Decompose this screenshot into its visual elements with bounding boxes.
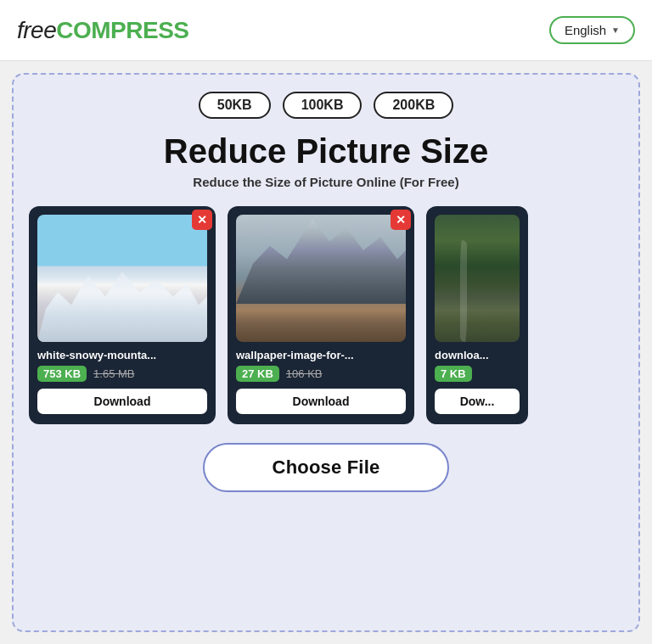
card-filename-1: white-snowy-mounta... (37, 349, 207, 361)
page-title: Reduce Picture Size (29, 132, 623, 170)
forest-image (435, 215, 520, 342)
card-image-3 (435, 215, 520, 342)
size-old-1: 1.65 MB (93, 367, 134, 380)
download-button-2[interactable]: Download (236, 389, 406, 414)
card-close-button-1[interactable]: ✕ (192, 210, 212, 230)
download-button-3[interactable]: Dow... (435, 389, 520, 414)
mountain-painting-image (236, 215, 406, 342)
language-label: English (565, 23, 606, 37)
image-card-3: downloa... 7 KB Dow... (426, 206, 528, 424)
language-button[interactable]: English ▼ (549, 16, 635, 44)
size-preset-100kb[interactable]: 100KB (283, 92, 363, 119)
size-new-badge-3: 7 KB (435, 366, 472, 382)
logo-free: free (17, 17, 56, 43)
card-close-button-2[interactable]: ✕ (391, 210, 411, 230)
size-old-2: 106 KB (286, 367, 323, 380)
size-preset-200kb[interactable]: 200KB (374, 92, 453, 119)
image-card-2: ✕ wallpaper-image-for-... 27 KB 106 KB D… (228, 206, 414, 424)
size-new-badge-1: 753 KB (37, 366, 87, 382)
page-subtitle: Reduce the Size of Picture Online (For F… (29, 175, 623, 189)
choose-file-wrapper: Choose File (29, 443, 623, 492)
main-area: 50KB 100KB 200KB Reduce Picture Size Red… (12, 73, 640, 632)
snow-mountain-image (37, 215, 207, 342)
card-filename-2: wallpaper-image-for-... (236, 349, 406, 361)
size-presets: 50KB 100KB 200KB (29, 92, 623, 119)
card-image-2 (236, 215, 406, 342)
card-image-1 (37, 215, 207, 342)
image-cards-container: ✕ white-snowy-mounta... 753 KB 1.65 MB D… (29, 206, 623, 424)
card-sizes-2: 27 KB 106 KB (236, 366, 406, 382)
card-filename-3: downloa... (435, 349, 520, 361)
card-sizes-1: 753 KB 1.65 MB (37, 366, 207, 382)
logo-compress: COMPRESS (56, 17, 188, 43)
choose-file-button[interactable]: Choose File (203, 443, 450, 492)
header: freeCOMPRESS English ▼ (0, 0, 652, 61)
image-card-1: ✕ white-snowy-mounta... 753 KB 1.65 MB D… (29, 206, 216, 424)
chevron-down-icon: ▼ (611, 25, 620, 35)
size-new-badge-2: 27 KB (236, 366, 279, 382)
logo: freeCOMPRESS (17, 17, 189, 44)
size-preset-50kb[interactable]: 50KB (199, 92, 271, 119)
card-sizes-3: 7 KB (435, 366, 520, 382)
download-button-1[interactable]: Download (37, 389, 207, 414)
